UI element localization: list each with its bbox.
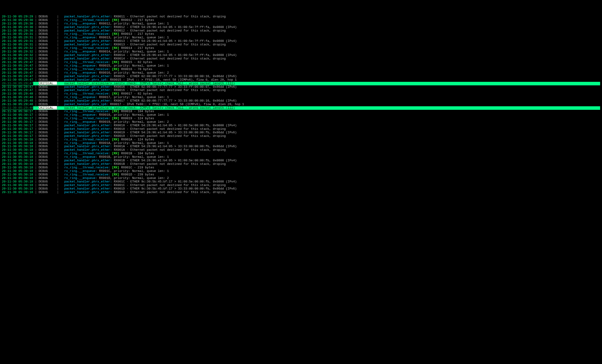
log-separator: | [57,60,64,64]
log-separator: | [33,131,39,134]
log-message: RX001D - 239 bytes [119,173,154,176]
log-timestamp: 20-11-30 05:30:18 [2,155,33,159]
log-level: DEBUG [39,180,57,183]
log-separator: | [57,96,64,99]
rx-tag: [RX] [112,92,119,96]
log-separator: | [57,64,64,67]
log-separator: | [33,152,39,155]
rx-tag: [RX] [112,117,119,120]
log-separator: | [33,29,39,32]
log-level: DEBUG [39,155,57,159]
log-level: DEBUG [39,78,57,82]
log-separator: | [33,176,39,180]
log-level: DEBUG [39,191,57,194]
log-message: RX0018 - Ethernet packet not destined fo… [114,127,226,131]
log-line: 20-11-30 05:30:18 | DEBUG | rx_ring.__en… [2,177,600,180]
log-level: DEBUG [39,29,57,32]
log-logger-name: packet_handler.phrx_ether: [64,162,114,166]
log-separator: | [57,159,64,162]
log-timestamp: 20-11-30 05:29:32 [2,53,33,57]
log-separator: | [33,166,39,169]
log-separator: | [57,99,64,103]
log-timestamp: 20-11-30 05:30:18 [2,191,33,194]
log-timestamp: 20-11-30 05:30:18 [2,145,33,148]
log-logger-name: rx_ring.__thread_receive: [64,110,112,113]
log-separator: | [33,106,39,110]
log-timestamp: 20-11-30 05:29:31 [2,32,33,36]
log-level: DEBUG [39,134,57,138]
rx-tag: [RX] [112,110,119,113]
log-line: 20-11-30 05:30:18 | DEBUG | packet_handl… [2,159,600,162]
log-line: 20-11-30 05:29:29 | DEBUG | packet_handl… [2,15,600,19]
log-separator: | [33,162,39,166]
log-separator: | [57,82,64,85]
log-separator: | [33,50,39,53]
log-message: RX0017, priority: Normal, queue len: 1 [99,96,169,99]
log-separator: | [33,187,39,191]
log-logger-name: packet_handler.phrx_ip6: [64,78,110,82]
log-separator: | [57,183,64,187]
log-separator: | [33,120,39,124]
log-line: 20-11-30 05:30:17 | DEBUG | rx_ring.__en… [2,120,600,124]
log-message: RX0016 - Ethernet packet not destined fo… [114,88,226,92]
log-separator: | [33,173,39,176]
log-level: DEBUG [39,145,57,148]
log-separator: | [57,50,64,53]
log-level: DEBUG [39,60,57,64]
log-level: DEBUG [39,166,57,169]
log-message: RX001B - ETHER 54:26:96:e1:b4:05 > 01:00… [114,159,237,162]
log-timestamp: 20-11-30 05:29:48 [2,106,33,110]
log-message: RX0016 - 78 bytes [119,67,152,71]
log-line: 20-11-30 05:30:18 | DEBUG | rx_ring.__en… [2,170,600,173]
log-level: DEBUG [39,25,57,29]
log-message: RX0018 - ETHER 54:26:96:e1:b4:05 > 01:00… [114,124,237,127]
log-line: 20-11-30 05:30:18 | DEBUG | rx_ring.__th… [2,138,600,141]
log-separator: | [33,141,39,145]
log-line: 20-11-30 05:29:31 | DEBUG | rx_ring.__en… [2,36,600,40]
log-timestamp: 20-11-30 05:30:17 [2,134,33,138]
log-line: 20-11-30 05:29:30 | DEBUG | rx_ring.__th… [2,19,600,22]
log-logger-name: rx_ring.__thread_receive: [64,32,112,36]
log-line: 20-11-30 05:29:48 | DEBUG | rx_ring.__en… [2,96,600,99]
log-logger-name: rx_ring.__thread_receive: [64,152,112,155]
log-line: 20-11-30 05:29:32 | DEBUG | rx_ring.__th… [2,47,600,50]
log-message: RX0014 - Ethernet packet not destined fo… [114,57,226,60]
log-line: 20-11-30 05:29:47 | DEBUG | rx_ring.__th… [2,61,600,64]
log-line: 20-11-30 05:30:17 | DEBUG | rx_ring.__en… [2,113,600,117]
rx-tag: [RX] [112,138,119,141]
log-logger-name: packet_handler.preliminary_sanity_check: [64,106,140,110]
log-timestamp: 20-11-30 05:29:48 [2,103,33,106]
log-separator: | [57,53,64,57]
log-message: RX0015 - ETHER 02:00:00:77:77:77 > 33:33… [114,75,237,78]
log-line: 20-11-30 05:29:48 | DEBUG | packet_handl… [2,99,600,103]
log-logger-name: rx_ring.__enqueue: [64,169,99,173]
log-message: RX001B - 104 bytes [119,152,154,155]
log-message: RX001C - Ethernet packet not destined fo… [114,183,226,187]
log-message: ICMPv6 Sanity check fail - wrong packet … [140,106,235,110]
log-timestamp: 20-11-30 05:30:17 [2,124,33,127]
log-line: 20-11-30 05:29:47 | DEBUG | packet_handl… [2,78,600,82]
rx-tag: [RX] [112,166,119,169]
log-logger-name: packet_handler.phrx_ether: [64,187,114,191]
log-line: 20-11-30 05:29:30 | DEBUG | packet_handl… [2,26,600,29]
log-message: RX0014, priority: Normal, queue len: 1 [99,50,169,53]
log-level: DEBUG [39,18,57,22]
log-level: DEBUG [39,43,57,46]
log-level: DEBUG [39,159,57,162]
log-separator: | [57,127,64,131]
log-timestamp: 20-11-30 05:30:18 [2,162,33,166]
log-separator: | [33,82,39,85]
log-level: DEBUG [39,152,57,155]
log-level: DEBUG [39,148,57,152]
log-line: 20-11-30 05:30:17 | DEBUG | packet_handl… [2,135,600,138]
log-logger-name: rx_ring.__enqueue: [64,22,99,25]
log-timestamp: 20-11-30 05:29:47 [2,71,33,75]
log-level: DEBUG [39,96,57,99]
log-separator: | [33,134,39,138]
log-message: RX0019 - ETHER 54:26:96:e1:b4:05 > 33:33… [114,131,237,134]
log-logger-name: rx_ring.__thread_receive: [64,138,112,141]
log-level: DEBUG [39,173,57,176]
log-separator: | [57,113,64,117]
log-separator: | [33,60,39,64]
log-logger-name: packet_handler.phrx_ether: [64,180,114,183]
